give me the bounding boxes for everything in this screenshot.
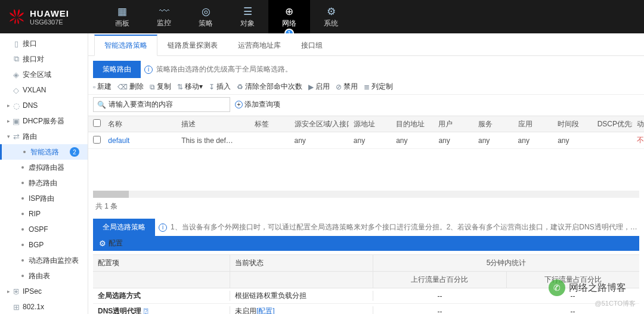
col-header-0[interactable]: 名称 bbox=[103, 119, 177, 129]
toolbar-btn-8[interactable]: ≣列定制 bbox=[364, 82, 393, 92]
sidebar-item-12[interactable]: OSPF bbox=[0, 222, 88, 237]
sidebar-item-3[interactable]: ◇VXLAN bbox=[0, 82, 88, 98]
col-header-3[interactable]: 源安全区域/入接口 bbox=[290, 119, 349, 129]
toolbar-icon: ⧉ bbox=[150, 83, 155, 91]
bullet-icon bbox=[21, 182, 24, 184]
toolbar-btn-0[interactable]: ▫新建 bbox=[93, 82, 112, 92]
caret-icon: ▸ bbox=[6, 102, 11, 108]
nav-item-2[interactable]: ◎策略 bbox=[185, 0, 227, 33]
col-header-2[interactable]: 标签 bbox=[250, 119, 290, 129]
sidebar-item-16[interactable]: ▸⛨IPSec bbox=[0, 284, 88, 299]
sidebar-label: IPSec bbox=[23, 287, 42, 296]
tab-1[interactable]: 链路质量探测表 bbox=[157, 35, 228, 55]
nav-icon: 〰 bbox=[159, 5, 169, 17]
sidebar-icon: ⇄ bbox=[11, 132, 21, 141]
h-scrollbar[interactable] bbox=[93, 191, 639, 198]
col-header-11[interactable]: 动 bbox=[632, 119, 644, 129]
col-header-10[interactable]: DSCP优先级 bbox=[593, 119, 633, 129]
watermark: @51CTO博客 bbox=[595, 299, 636, 308]
toolbar-icon: ▫ bbox=[93, 83, 95, 91]
toolbar-btn-2[interactable]: ⧉复制 bbox=[150, 82, 171, 92]
sidebar-label: DHCP服务器 bbox=[23, 116, 64, 126]
config-bar[interactable]: ⚙ 配置 bbox=[93, 236, 639, 251]
col-status: 当前状态 bbox=[230, 255, 373, 271]
nav-item-3[interactable]: ☰对象 bbox=[227, 0, 268, 33]
cfg-val: 根据链路权重负载分担 bbox=[235, 291, 306, 300]
search-icon: 🔍 bbox=[97, 101, 106, 109]
col-5min: 5分钟内统计 bbox=[373, 255, 639, 271]
sidebar-label: 路由 bbox=[23, 132, 37, 142]
sidebar-item-17[interactable]: ⊞802.1x bbox=[0, 299, 88, 314]
row-name-link[interactable]: default bbox=[108, 136, 129, 145]
toolbar-icon: ⊘ bbox=[336, 83, 342, 91]
col-header-5[interactable]: 目的地址 bbox=[391, 119, 434, 129]
sidebar-label: 接口 bbox=[23, 39, 37, 49]
bullet-icon bbox=[21, 228, 24, 231]
sidebar-item-10[interactable]: ISP路由 bbox=[0, 191, 88, 206]
tab-2[interactable]: 运营商地址库 bbox=[228, 35, 291, 55]
sidebar-label: 接口对 bbox=[23, 54, 44, 64]
toolbar-label: 复制 bbox=[157, 82, 171, 92]
add-query-button[interactable]: + 添加查询项 bbox=[235, 100, 280, 110]
sidebar-item-15[interactable]: 路由表 bbox=[0, 268, 88, 284]
sidebar-item-11[interactable]: RIP bbox=[0, 206, 88, 222]
scrollbar-thumb[interactable] bbox=[93, 191, 129, 198]
table-row[interactable]: default This is the def… any any any any… bbox=[88, 132, 644, 149]
sidebar-item-9[interactable]: 静态路由 bbox=[0, 175, 88, 191]
col-header-4[interactable]: 源地址 bbox=[349, 119, 391, 129]
nav-item-1[interactable]: 〰监控 bbox=[143, 0, 185, 33]
bullet-icon bbox=[21, 244, 24, 246]
tab-0[interactable]: 智能选路策略 bbox=[94, 35, 157, 56]
toolbar: ▫新建⌫删除⧉复制⇅移动▾↧插入♻清除全部命中次数▶启用⊘禁用≣列定制 bbox=[88, 78, 644, 95]
global-route-header: 全局选路策略 bbox=[93, 219, 155, 236]
row-srcaddr: any bbox=[349, 136, 391, 145]
col-header-8[interactable]: 应用 bbox=[513, 119, 553, 129]
toolbar-btn-3[interactable]: ⇅移动▾ bbox=[177, 82, 203, 92]
sidebar-item-0[interactable]: ▯接口 bbox=[0, 36, 88, 51]
logo-block: HUAWEI USG6307E bbox=[0, 8, 101, 26]
top-nav-bar: HUAWEI USG6307E ▦画板〰监控◎策略☰对象⊕网络1⚙系统 bbox=[0, 0, 644, 33]
sidebar-label: 安全区域 bbox=[23, 70, 51, 80]
sidebar-item-6[interactable]: ▾⇄路由 bbox=[0, 129, 88, 144]
sidebar-item-2[interactable]: ◈安全区域 bbox=[0, 67, 88, 82]
sidebar-label: 动态路由监控表 bbox=[29, 256, 79, 266]
caret-icon: ▾ bbox=[6, 133, 11, 139]
bullet-icon bbox=[23, 151, 26, 153]
toolbar-btn-7[interactable]: ⊘禁用 bbox=[336, 82, 358, 92]
sidebar-item-8[interactable]: 虚拟路由器 bbox=[0, 160, 88, 175]
row-checkbox[interactable] bbox=[93, 136, 101, 144]
row-svc: any bbox=[473, 136, 513, 145]
sidebar-label: 802.1x bbox=[23, 303, 44, 311]
col-header-1[interactable]: 描述 bbox=[177, 119, 250, 129]
sidebar-item-5[interactable]: ▸▣DHCP服务器 bbox=[0, 113, 88, 129]
sidebar-item-7[interactable]: 智能选路2 bbox=[0, 144, 88, 160]
col-header-6[interactable]: 用户 bbox=[434, 119, 473, 129]
toolbar-btn-4[interactable]: ↧插入 bbox=[209, 82, 231, 92]
tab-3[interactable]: 接口组 bbox=[291, 35, 333, 55]
metric-none: -- bbox=[571, 307, 575, 315]
col-header-7[interactable]: 服务 bbox=[473, 119, 513, 129]
sidebar-item-4[interactable]: ▸◌DNS bbox=[0, 98, 88, 113]
toolbar-btn-5[interactable]: ♻清除全部命中次数 bbox=[237, 82, 302, 92]
caret-icon: ▸ bbox=[6, 288, 11, 294]
select-all-checkbox[interactable] bbox=[93, 119, 101, 127]
col-config-item: 配置项 bbox=[93, 255, 230, 271]
row-app: any bbox=[513, 136, 553, 145]
col-header-9[interactable]: 时间段 bbox=[553, 119, 593, 129]
search-input[interactable]: 🔍 请输入要查询的内容 bbox=[93, 97, 230, 112]
nav-label: 系统 bbox=[324, 18, 338, 29]
nav-icon: ▦ bbox=[117, 5, 127, 18]
help-icon[interactable]: ⍰ bbox=[144, 307, 148, 314]
nav-item-5[interactable]: ⚙系统 bbox=[310, 0, 352, 33]
sidebar-item-1[interactable]: ⧉接口对 bbox=[0, 51, 88, 67]
sidebar-item-14[interactable]: 动态路由监控表 bbox=[0, 253, 88, 268]
sidebar-item-13[interactable]: BGP bbox=[0, 237, 88, 253]
toolbar-label: 移动▾ bbox=[185, 82, 203, 92]
toolbar-btn-1[interactable]: ⌫删除 bbox=[117, 82, 144, 92]
config-link[interactable]: [配置] bbox=[256, 307, 275, 314]
nav-item-0[interactable]: ▦画板 bbox=[101, 0, 143, 33]
toolbar-btn-6[interactable]: ▶启用 bbox=[308, 82, 330, 92]
sidebar-icon: ◇ bbox=[11, 86, 21, 95]
bullet-icon bbox=[21, 197, 24, 200]
nav-item-4[interactable]: ⊕网络1 bbox=[268, 0, 310, 33]
